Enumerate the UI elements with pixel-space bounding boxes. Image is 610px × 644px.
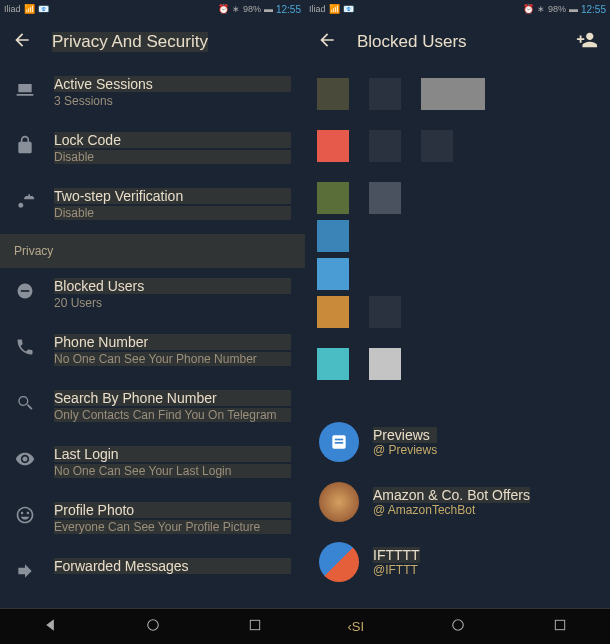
item-sub: No One Can See Your Phone Number (54, 352, 291, 366)
avatar-box[interactable] (421, 130, 453, 162)
avatar (319, 422, 359, 462)
avatar-box[interactable] (369, 78, 401, 110)
add-user-icon[interactable] (576, 29, 598, 55)
item-sub: Only Contacts Can Find You On Telegram (54, 408, 291, 422)
bt-icon: ∗ (232, 4, 240, 14)
forward-icon (14, 558, 36, 581)
forwarded-messages-item[interactable]: Forwarded Messages (0, 548, 305, 604)
lock-code-item[interactable]: Lock Code Disable (0, 122, 305, 178)
minus-circle-icon (14, 278, 36, 301)
item-title: Active Sessions (54, 76, 291, 92)
header: Privacy And Security (0, 18, 305, 66)
nav-back-icon[interactable] (42, 616, 60, 638)
key-icon (14, 188, 36, 211)
back-icon[interactable] (317, 30, 337, 54)
svg-point-7 (453, 619, 464, 630)
avatar-box[interactable] (317, 220, 349, 252)
item-sub: Everyone Can See Your Profile Picture (54, 520, 291, 534)
back-icon[interactable] (12, 30, 32, 54)
smiley-icon (14, 502, 36, 525)
item-sub: No One Can See Your Last Login (54, 464, 291, 478)
item-title: Search By Phone Number (54, 390, 291, 406)
phone-number-item[interactable]: Phone Number No One Can See Your Phone N… (0, 324, 305, 380)
avatar-box[interactable] (369, 130, 401, 162)
wifi-icon: 📧 (38, 4, 49, 14)
avatar-box[interactable] (421, 78, 485, 110)
item-title: Blocked Users (54, 278, 291, 294)
nav-recent-icon[interactable] (247, 617, 263, 637)
nav-back-icon[interactable]: ‹SI (347, 619, 364, 634)
battery-label: 98% (243, 4, 261, 14)
lock-icon (14, 132, 36, 155)
svg-point-5 (148, 619, 159, 630)
item-sub: 3 Sessions (54, 94, 291, 108)
nav-recent-icon[interactable] (552, 617, 568, 637)
avatar-box[interactable] (317, 258, 349, 290)
svg-rect-1 (21, 290, 29, 292)
blocked-users-panel: Blocked Users (305, 18, 610, 608)
svg-rect-4 (335, 442, 343, 444)
carrier-label: Iliad (309, 4, 326, 14)
user-handle: @ AmazonTechBot (373, 503, 530, 517)
item-title: Profile Photo (54, 502, 291, 518)
avatar (319, 542, 359, 582)
search-icon (14, 390, 36, 413)
item-title: Last Login (54, 446, 291, 462)
bt-icon: ∗ (537, 4, 545, 14)
blocked-users-item[interactable]: Blocked Users 20 Users (0, 268, 305, 324)
header: Blocked Users (305, 18, 610, 66)
page-title: Blocked Users (357, 32, 467, 52)
blocked-user-row[interactable]: Amazon & Co. Bot Offers @ AmazonTechBot (305, 472, 610, 532)
carrier-label: Iliad (4, 4, 21, 14)
avatar-box[interactable] (317, 296, 349, 328)
alarm-icon: ⏰ (218, 4, 229, 14)
svg-rect-6 (250, 620, 259, 629)
privacy-section-header: Privacy (0, 234, 305, 268)
alarm-icon: ⏰ (523, 4, 534, 14)
avatar (319, 482, 359, 522)
user-handle: @IFTTT (373, 563, 420, 577)
eye-icon (14, 446, 36, 469)
blocked-avatar-grid (305, 66, 610, 412)
blocked-user-row[interactable]: IFTTTT @IFTTT (305, 532, 610, 592)
blocked-user-row[interactable]: Previews @ Previews (305, 412, 610, 472)
avatar-box[interactable] (317, 182, 349, 214)
last-login-item[interactable]: Last Login No One Can See Your Last Logi… (0, 436, 305, 492)
avatar-box[interactable] (317, 348, 349, 380)
signal-icon: 📶 (24, 4, 35, 14)
avatar-box[interactable] (317, 130, 349, 162)
user-name: IFTTTT (373, 547, 420, 563)
phone-icon (14, 334, 36, 357)
active-sessions-item[interactable]: Active Sessions 3 Sessions (0, 66, 305, 122)
status-bar: Iliad 📶 📧 ⏰ ∗ 98% ▬ 12:55 Iliad 📶 📧 ⏰ ∗ … (0, 0, 610, 18)
battery-icon: ▬ (264, 4, 273, 14)
clock: 12:55 (276, 4, 301, 15)
battery-label: 98% (548, 4, 566, 14)
signal-icon: 📶 (329, 4, 340, 14)
nav-bar: ‹SI (0, 608, 610, 644)
svg-rect-3 (335, 439, 343, 441)
item-title: Phone Number (54, 334, 291, 350)
privacy-security-panel: Privacy And Security Active Sessions 3 S… (0, 18, 305, 608)
page-title: Privacy And Security (52, 32, 208, 52)
clock: 12:55 (581, 4, 606, 15)
item-sub: 20 Users (54, 296, 291, 310)
avatar-box[interactable] (317, 78, 349, 110)
user-name: Previews (373, 427, 437, 443)
wifi-icon: 📧 (343, 4, 354, 14)
two-step-item[interactable]: Two-step Verification Disable (0, 178, 305, 234)
item-title: Lock Code (54, 132, 291, 148)
avatar-box[interactable] (369, 296, 401, 328)
devices-icon (14, 76, 36, 99)
avatar-box[interactable] (369, 348, 401, 380)
item-title: Forwarded Messages (54, 558, 291, 574)
search-phone-item[interactable]: Search By Phone Number Only Contacts Can… (0, 380, 305, 436)
svg-rect-8 (555, 620, 564, 629)
user-handle: @ Previews (373, 443, 437, 457)
nav-home-icon[interactable] (144, 616, 162, 638)
battery-icon: ▬ (569, 4, 578, 14)
nav-home-icon[interactable] (449, 616, 467, 638)
item-title: Two-step Verification (54, 188, 291, 204)
profile-photo-item[interactable]: Profile Photo Everyone Can See Your Prof… (0, 492, 305, 548)
avatar-box[interactable] (369, 182, 401, 214)
